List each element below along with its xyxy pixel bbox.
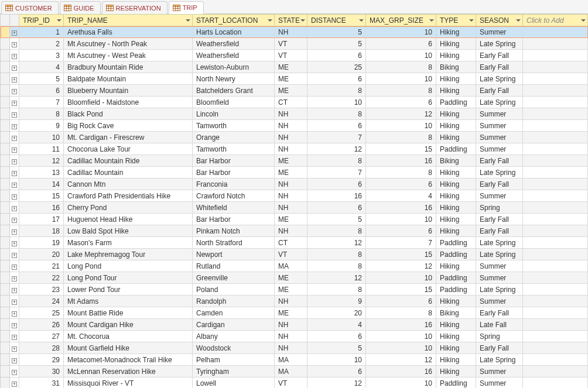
cell-distance[interactable]: 6 xyxy=(307,50,366,61)
row-selector[interactable] xyxy=(1,225,10,237)
col-type[interactable]: TYPE xyxy=(436,15,476,26)
cell-max-grp[interactable]: 10 xyxy=(366,377,436,389)
cell-season[interactable]: Late Spring xyxy=(476,249,523,260)
table-row[interactable]: +6Blueberry MountainBatchelders GrantME8… xyxy=(1,85,588,97)
cell-max-grp[interactable]: 15 xyxy=(366,143,436,155)
cell-max-grp[interactable]: 16 xyxy=(366,202,436,214)
chevron-down-icon[interactable] xyxy=(268,19,272,22)
cell-start-location[interactable]: Camden xyxy=(193,307,275,319)
cell-distance[interactable]: 4 xyxy=(307,319,366,331)
cell-empty[interactable] xyxy=(523,38,588,50)
cell-distance[interactable]: 6 xyxy=(307,120,366,132)
table-row[interactable]: +13Cadillac MountainBar HarborME78Hiking… xyxy=(1,167,588,178)
plus-icon[interactable]: + xyxy=(12,124,17,129)
cell-state[interactable]: ME xyxy=(275,61,307,73)
cell-state[interactable]: NH xyxy=(275,202,307,214)
table-row[interactable]: +28Mount Garfield HikeWoodstockNH510Hiki… xyxy=(1,342,588,354)
cell-max-grp[interactable]: 10 xyxy=(366,120,436,132)
cell-state[interactable]: NH xyxy=(275,26,307,38)
table-row[interactable]: +9Big Rock CaveTamworthNH610HikingSummer xyxy=(1,120,588,132)
cell-max-grp[interactable]: 10 xyxy=(366,50,436,61)
cell-trip-id[interactable]: 23 xyxy=(19,284,64,296)
cell-distance[interactable]: 16 xyxy=(307,190,366,202)
cell-start-location[interactable]: Poland xyxy=(193,284,275,296)
cell-distance[interactable]: 12 xyxy=(307,272,366,284)
plus-icon[interactable]: + xyxy=(12,159,17,164)
cell-distance[interactable]: 12 xyxy=(307,377,366,389)
cell-max-grp[interactable]: 15 xyxy=(366,284,436,296)
cell-season[interactable]: Spring xyxy=(476,331,523,342)
cell-season[interactable]: Late Spring xyxy=(476,38,523,50)
cell-distance[interactable]: 8 xyxy=(307,108,366,120)
cell-trip-name[interactable]: Mt. Cardigan - Firescrew xyxy=(64,132,193,143)
row-selector[interactable] xyxy=(1,132,10,143)
row-selector[interactable] xyxy=(1,377,10,389)
cell-season[interactable]: Early Fall xyxy=(476,214,523,225)
cell-season[interactable]: Late Spring xyxy=(476,167,523,178)
plus-icon[interactable]: + xyxy=(12,335,17,340)
table-row[interactable]: +12Cadillac Mountain RideBar HarborME816… xyxy=(1,155,588,167)
table-row[interactable]: +29Metacomet-Monadnock Trail HikePelhamM… xyxy=(1,354,588,366)
cell-distance[interactable]: 6 xyxy=(307,331,366,342)
cell-distance[interactable]: 8 xyxy=(307,260,366,272)
cell-empty[interactable] xyxy=(523,249,588,260)
row-selector[interactable] xyxy=(1,272,10,284)
cell-type[interactable]: Hiking xyxy=(436,354,476,366)
cell-type[interactable]: Hiking xyxy=(436,296,476,307)
cell-trip-name[interactable]: Mt Ascutney - West Peak xyxy=(64,50,193,61)
cell-start-location[interactable]: Harts Location xyxy=(193,26,275,38)
row-selector[interactable] xyxy=(1,354,10,366)
chevron-down-icon[interactable] xyxy=(300,19,305,22)
expand-cell[interactable]: + xyxy=(10,342,19,354)
cell-empty[interactable] xyxy=(523,237,588,249)
cell-trip-name[interactable]: McLennan Reservation Hike xyxy=(64,366,193,377)
plus-icon[interactable]: + xyxy=(12,136,17,141)
tab-guide[interactable]: GUIDE xyxy=(60,1,101,14)
cell-start-location[interactable]: Lowell xyxy=(193,377,275,389)
cell-trip-id[interactable]: 21 xyxy=(19,260,64,272)
row-selector-header[interactable] xyxy=(1,15,10,26)
cell-season[interactable]: Early Fall xyxy=(476,155,523,167)
cell-trip-name[interactable]: Black Pond xyxy=(64,108,193,120)
tab-reservation[interactable]: RESERVATION xyxy=(102,1,167,14)
cell-type[interactable]: Hiking xyxy=(436,167,476,178)
table-row[interactable]: +16Cherry PondWhitefieldNH616HikingSprin… xyxy=(1,202,588,214)
plus-icon[interactable]: + xyxy=(12,112,17,118)
cell-trip-name[interactable]: Low Bald Spot Hike xyxy=(64,225,193,237)
chevron-down-icon[interactable] xyxy=(359,19,364,22)
chevron-down-icon[interactable] xyxy=(581,19,586,22)
cell-state[interactable]: CT xyxy=(275,237,307,249)
table-row[interactable]: +11Chocorua Lake TourTamworthNH1215Paddl… xyxy=(1,143,588,155)
cell-type[interactable]: Paddling xyxy=(436,377,476,389)
cell-type[interactable]: Paddling xyxy=(436,249,476,260)
cell-season[interactable]: Summer xyxy=(476,190,523,202)
row-selector[interactable] xyxy=(1,190,10,202)
plus-icon[interactable]: + xyxy=(12,42,17,47)
cell-season[interactable]: Summer xyxy=(476,272,523,284)
cell-trip-name[interactable]: Mt. Chocorua xyxy=(64,331,193,342)
row-selector[interactable] xyxy=(1,342,10,354)
col-distance[interactable]: DISTANCE xyxy=(307,15,366,26)
cell-type[interactable]: Hiking xyxy=(436,319,476,331)
cell-trip-id[interactable]: 31 xyxy=(19,377,64,389)
expand-cell[interactable]: + xyxy=(10,85,19,97)
cell-season[interactable]: Late Spring xyxy=(476,97,523,108)
table-row[interactable]: +27Mt. ChocoruaAlbanyNH610HikingSpring xyxy=(1,331,588,342)
cell-trip-id[interactable]: 12 xyxy=(19,155,64,167)
cell-start-location[interactable]: Weathersfield xyxy=(193,50,275,61)
cell-trip-name[interactable]: Mount Garfield Hike xyxy=(64,342,193,354)
cell-trip-name[interactable]: Blueberry Mountain xyxy=(64,85,193,97)
cell-state[interactable]: NH xyxy=(275,319,307,331)
expand-cell[interactable]: + xyxy=(10,108,19,120)
row-selector[interactable] xyxy=(1,260,10,272)
cell-trip-name[interactable]: Mount Battie Ride xyxy=(64,307,193,319)
plus-icon[interactable]: + xyxy=(12,276,17,281)
table-row[interactable]: +1Arethusa FallsHarts LocationNH510Hikin… xyxy=(1,26,588,38)
table-row[interactable]: +10Mt. Cardigan - FirescrewOrangeNH78Hik… xyxy=(1,132,588,143)
cell-max-grp[interactable]: 15 xyxy=(366,249,436,260)
cell-start-location[interactable]: Whitefield xyxy=(193,202,275,214)
cell-trip-name[interactable]: Cannon Mtn xyxy=(64,178,193,190)
expand-cell[interactable]: + xyxy=(10,132,19,143)
cell-trip-name[interactable]: Cadillac Mountain xyxy=(64,167,193,178)
cell-start-location[interactable]: Tamworth xyxy=(193,120,275,132)
